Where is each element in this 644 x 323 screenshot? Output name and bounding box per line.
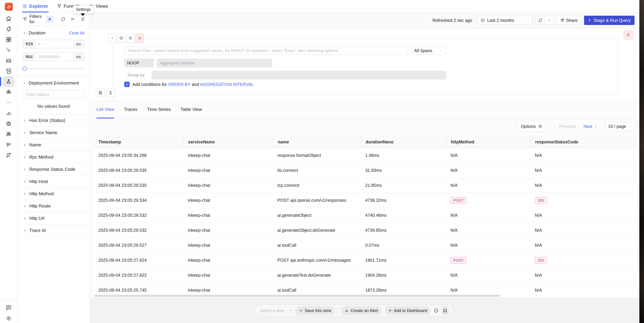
- filter-section-trace-id[interactable]: Trace Id: [18, 224, 90, 237]
- min-unit: ms: [73, 40, 84, 48]
- rail-item-scroll[interactable]: [3, 66, 14, 76]
- max-input[interactable]: [36, 52, 73, 61]
- filter-section-service-name[interactable]: Service Name: [18, 127, 90, 139]
- page-size-select[interactable]: 10 / page: [605, 122, 635, 131]
- create-alert-button[interactable]: Create an Alert: [341, 306, 382, 315]
- add-to-dashboard-button[interactable]: Add to Dashboard: [385, 306, 430, 315]
- filter-section-label: Name: [29, 142, 41, 148]
- tab-list-view[interactable]: List View: [96, 100, 114, 118]
- collapse-query-button[interactable]: [108, 34, 116, 43]
- rail-item-home[interactable]: [3, 13, 14, 24]
- filter-settings-icon[interactable]: [80, 17, 85, 21]
- search-filter-input[interactable]: [124, 46, 408, 55]
- collapse-sidebar-icon[interactable]: [71, 17, 75, 21]
- order-by-link[interactable]: ORDER BY: [168, 82, 190, 87]
- no-values-text: No values found: [23, 104, 84, 109]
- cell-durationnano: 0.07ms: [361, 238, 446, 252]
- formula-button[interactable]: [106, 88, 115, 97]
- dock-panel-button[interactable]: [442, 306, 449, 315]
- add-to-dashboard-label: Add to Dashboard: [394, 308, 427, 313]
- rail-item-binoculars[interactable]: [3, 128, 14, 140]
- rail-item-chart[interactable]: [3, 108, 14, 119]
- copy-query-button[interactable]: [126, 34, 135, 43]
- rail-item-boxes[interactable]: [3, 86, 14, 98]
- focus-query-button[interactable]: [117, 34, 126, 43]
- table-row[interactable]: 2025-09-04 23:05:29.532inkeep-chatai.gen…: [94, 208, 637, 223]
- rail-nav: [0, 13, 17, 160]
- filter-section-http-method[interactable]: Http Method: [18, 188, 90, 200]
- save-view-button[interactable]: Save this view: [295, 306, 334, 315]
- query-label-chip[interactable]: A: [136, 34, 144, 43]
- refresh-options-caret[interactable]: [545, 16, 553, 24]
- filter-section-response-status-code[interactable]: Response Status Code: [18, 164, 90, 176]
- rail-item-grid[interactable]: [3, 34, 14, 45]
- share-button[interactable]: Share: [556, 16, 581, 25]
- time-range-select[interactable]: Last 2 months: [477, 16, 533, 25]
- table-row[interactable]: 2025-09-04 23:05:27.624inkeep-chatPOST a…: [94, 253, 637, 268]
- table-row[interactable]: 2025-09-04 23:05:29.532inkeep-chatai.gen…: [94, 223, 637, 238]
- aggregate-op-select[interactable]: NOOP: [124, 58, 154, 68]
- page-size-value: 10 / page: [608, 124, 626, 129]
- filter-section-name[interactable]: Name: [18, 139, 90, 151]
- filters-header: Filters for A: [18, 12, 90, 26]
- rail-item-chat[interactable]: [3, 302, 14, 313]
- select-view-dropdown[interactable]: Select a view: [260, 308, 292, 313]
- min-input[interactable]: [36, 40, 73, 48]
- query-a-chip[interactable]: A: [46, 16, 54, 23]
- aggregation-interval-link[interactable]: AGGREGATION INTERVAL: [200, 82, 254, 87]
- rail-item-bell[interactable]: [3, 24, 14, 34]
- clear-all-link[interactable]: Clear All: [69, 31, 84, 36]
- tab-time-series[interactable]: Time Series: [147, 100, 171, 118]
- duration-slider[interactable]: [23, 66, 84, 71]
- rail-item-compass-draft[interactable]: [3, 76, 14, 87]
- deployment-filter-input[interactable]: [23, 90, 84, 99]
- rail-item-route[interactable]: [3, 150, 14, 161]
- table-row[interactable]: 2025-09-04 23:05:29.535inkeep-chattls.co…: [94, 163, 637, 178]
- table-row[interactable]: 2025-09-04 23:05:29.527inkeep-chatai.too…: [94, 238, 637, 253]
- span-scope-select[interactable]: All Spans: [411, 46, 446, 55]
- tab-explorer[interactable]: Explorer: [22, 0, 48, 12]
- spans-table: TimestampserviceNamenamedurationNanohttp…: [94, 136, 637, 298]
- aggregate-attribute-input[interactable]: Aggregate attribute: [157, 58, 272, 68]
- rail-item-drive[interactable]: [3, 55, 14, 66]
- slider-handle[interactable]: [22, 66, 27, 71]
- previous-page-button[interactable]: Previous: [554, 124, 576, 129]
- rail-item-pointer[interactable]: [3, 44, 14, 56]
- filter-section-rpc-method[interactable]: Rpc Method: [18, 151, 90, 164]
- rail-item-dots[interactable]: [3, 97, 14, 108]
- cell-name: ai.toolCall: [273, 238, 361, 252]
- rail-item-bug[interactable]: [3, 118, 14, 129]
- refresh-filters-icon[interactable]: [61, 17, 66, 21]
- next-page-button[interactable]: Next: [584, 124, 597, 129]
- table-row[interactable]: 2025-09-04 23:05:34.296inkeep-chatrespon…: [94, 148, 637, 163]
- gear-icon: [538, 124, 542, 128]
- add-conditions-row: Add conditions for ORDER BY and AGGREGAT…: [124, 82, 254, 87]
- refresh-button[interactable]: [536, 16, 545, 24]
- options-button[interactable]: Options: [517, 122, 546, 131]
- group-by-input[interactable]: [152, 71, 446, 80]
- rail-item-gear[interactable]: [3, 313, 14, 323]
- query-a-badge-right[interactable]: A: [624, 30, 633, 40]
- add-condition-button[interactable]: [124, 82, 130, 87]
- horizontal-scrollbar[interactable]: [94, 295, 500, 297]
- chevron-down-icon[interactable]: [23, 82, 26, 85]
- rail-item-lines[interactable]: [3, 139, 14, 150]
- chevron-down-icon[interactable]: [23, 31, 26, 35]
- tab-table-view[interactable]: Table View: [180, 100, 202, 118]
- info-icon[interactable]: [434, 308, 438, 313]
- app-logo[interactable]: [5, 3, 13, 11]
- stage-run-query-button[interactable]: Stage & Run Query: [584, 16, 634, 25]
- filter-section-has-error-status-[interactable]: Has Error (Status): [18, 114, 90, 127]
- group-by-label: Group by: [128, 73, 145, 78]
- tab-traces[interactable]: Traces: [124, 100, 138, 118]
- filter-section-http-url[interactable]: Http Url: [18, 212, 90, 224]
- filter-section-http-host[interactable]: Http Host: [18, 176, 90, 188]
- column-header-timestamp: Timestamp: [94, 136, 184, 148]
- filters-for-label: Filters for: [30, 14, 44, 24]
- table-row[interactable]: 2025-09-04 23:05:29.534inkeep-chatPOST a…: [94, 193, 637, 208]
- chevron-right-icon: [23, 204, 26, 208]
- table-row[interactable]: 2025-09-04 23:05:29.535inkeep-chattcp.co…: [94, 178, 637, 193]
- filter-section-http-route[interactable]: Http Route: [18, 200, 90, 212]
- table-row[interactable]: 2025-09-04 23:05:27.622inkeep-chatai.gen…: [94, 268, 637, 283]
- query-source-button[interactable]: [96, 88, 105, 97]
